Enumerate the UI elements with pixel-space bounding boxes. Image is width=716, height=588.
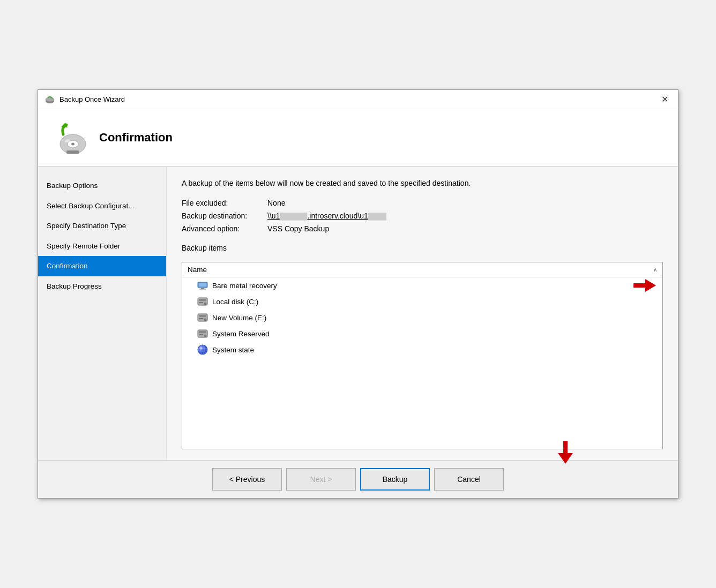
red-arrow-down xyxy=(558,441,573,464)
wizard-icon xyxy=(51,119,88,156)
sidebar-item-backup-progress[interactable]: Backup Progress xyxy=(38,276,166,297)
disk-icon xyxy=(197,328,208,339)
disk-icon xyxy=(197,296,208,307)
scroll-up-icon: ∧ xyxy=(653,267,657,273)
backup-list-header: Name ∧ xyxy=(182,262,662,277)
list-item-label: System Reserved xyxy=(212,330,270,338)
backup-button[interactable]: Backup xyxy=(360,468,430,491)
sidebar-item-specify-remote-folder[interactable]: Specify Remote Folder xyxy=(38,236,166,257)
list-item: New Volume (E:) xyxy=(182,310,662,326)
svg-rect-16 xyxy=(199,302,203,303)
list-item: Local disk (C:) xyxy=(182,293,662,310)
svg-rect-22 xyxy=(199,331,206,333)
list-item-label: System state xyxy=(212,346,254,354)
content-area: Backup Options Select Backup Configurat.… xyxy=(38,167,678,460)
advanced-option-value: VSS Copy Backup xyxy=(267,224,663,233)
svg-point-23 xyxy=(204,335,206,337)
disk-icon xyxy=(197,312,208,323)
svg-rect-20 xyxy=(199,318,203,319)
backup-items-label: Backup items xyxy=(182,244,663,252)
info-grid: File excluded: None Backup destination: … xyxy=(182,199,663,233)
svg-point-19 xyxy=(204,319,206,321)
wizard-window: Backup Once Wizard ✕ Confirmation xyxy=(38,89,678,499)
previous-button[interactable]: < Previous xyxy=(212,468,282,491)
backup-destination-value: \\u1██████.introserv.cloud\u1████ xyxy=(267,212,663,220)
file-excluded-label: File excluded: xyxy=(182,199,267,207)
svg-point-1 xyxy=(46,97,54,102)
svg-rect-18 xyxy=(199,315,206,317)
list-column-name: Name xyxy=(188,266,207,274)
title-bar-text: Backup Once Wizard xyxy=(59,95,125,103)
svg-rect-12 xyxy=(199,289,206,290)
next-button[interactable]: Next > xyxy=(286,468,356,491)
list-item: Bare metal recovery xyxy=(182,277,662,293)
file-excluded-value: None xyxy=(267,199,663,207)
footer-area: < Previous Next > Backup Cancel xyxy=(38,460,678,498)
svg-point-5 xyxy=(71,143,74,146)
list-item: System Reserved xyxy=(182,326,662,342)
backup-destination-label: Backup destination: xyxy=(182,212,267,220)
svg-rect-10 xyxy=(199,283,206,287)
header-area: Confirmation xyxy=(38,109,678,167)
sidebar: Backup Options Select Backup Configurat.… xyxy=(38,167,167,460)
bare-metal-icon xyxy=(197,280,208,291)
list-item-label: Local disk (C:) xyxy=(212,298,258,306)
backup-list-container[interactable]: Name ∧ Bare metal recovery xyxy=(182,262,663,449)
system-state-icon xyxy=(197,344,208,355)
red-arrow-left xyxy=(633,279,656,292)
list-item-label: Bare metal recovery xyxy=(212,282,277,290)
svg-rect-14 xyxy=(199,299,206,301)
description-text: A backup of the items below will now be … xyxy=(182,178,663,189)
sidebar-item-confirmation[interactable]: Confirmation xyxy=(38,256,166,276)
title-bar: Backup Once Wizard ✕ xyxy=(38,90,678,109)
advanced-option-label: Advanced option: xyxy=(182,224,267,233)
sidebar-item-select-backup-config[interactable]: Select Backup Configurat... xyxy=(38,196,166,216)
list-item-label: New Volume (E:) xyxy=(212,314,266,322)
header-title: Confirmation xyxy=(99,131,173,145)
cancel-button[interactable]: Cancel xyxy=(434,468,504,491)
close-button[interactable]: ✕ xyxy=(658,93,672,105)
app-icon xyxy=(44,94,55,105)
main-panel: A backup of the items below will now be … xyxy=(167,167,678,460)
sidebar-item-backup-options[interactable]: Backup Options xyxy=(38,176,166,196)
svg-rect-7 xyxy=(66,150,79,154)
header-icon xyxy=(51,119,88,156)
title-bar-left: Backup Once Wizard xyxy=(44,94,125,105)
svg-point-15 xyxy=(204,303,206,305)
svg-point-25 xyxy=(198,345,207,355)
list-item: System state xyxy=(182,342,662,358)
sidebar-item-specify-destination-type[interactable]: Specify Destination Type xyxy=(38,216,166,236)
svg-point-28 xyxy=(200,347,203,350)
svg-rect-24 xyxy=(199,334,203,335)
